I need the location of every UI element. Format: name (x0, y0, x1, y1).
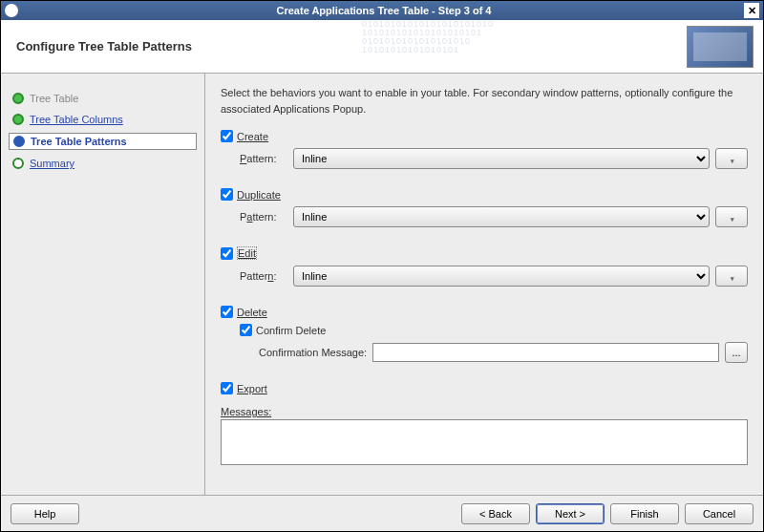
wizard-steps-sidebar: Tree Table Tree Table Columns Tree Table… (1, 74, 205, 495)
delete-label: Delete (237, 307, 267, 318)
next-button[interactable]: Next > (536, 503, 605, 524)
messages-group: Messages: (221, 406, 748, 465)
step-link: Tree Table Patterns (31, 136, 127, 147)
wizard-header: Configure Tree Table Patterns 0101010101… (1, 20, 763, 74)
decorative-binary: 0101010101010101010101010101010101010101… (362, 20, 648, 73)
help-button[interactable]: Help (11, 503, 79, 524)
create-popup-button[interactable] (715, 148, 748, 169)
wizard-main: Select the behaviors you want to enable … (205, 74, 763, 495)
create-checkbox[interactable] (221, 130, 233, 142)
wizard-footer: Help < Back Next > Finish Cancel (1, 495, 763, 531)
create-label: Create (237, 131, 268, 142)
export-group: Export (221, 382, 748, 394)
plus-icon (729, 269, 734, 284)
confirm-delete-label: Confirm Delete (256, 325, 326, 336)
edit-label: Edit (237, 246, 257, 260)
confirmation-message-label: Confirmation Message: (259, 347, 367, 358)
wizard-window: Create Applications Tree Table - Step 3 … (0, 0, 764, 532)
create-pattern-select[interactable]: Inline (293, 148, 710, 169)
export-checkbox[interactable] (221, 382, 233, 394)
duplicate-label: Duplicate (237, 189, 281, 201)
confirmation-message-input[interactable] (372, 343, 719, 362)
step-tree-table-columns[interactable]: Tree Table Columns (9, 112, 197, 127)
close-icon[interactable]: ✕ (744, 3, 759, 18)
back-button[interactable]: < Back (461, 503, 530, 524)
step-summary[interactable]: Summary (9, 156, 197, 171)
edit-checkbox[interactable] (221, 247, 233, 260)
duplicate-pattern-select[interactable]: Inline (293, 206, 710, 227)
duplicate-checkbox[interactable] (221, 188, 233, 201)
app-icon (5, 4, 18, 17)
titlebar: Create Applications Tree Table - Step 3 … (1, 1, 763, 20)
edit-group: Edit Pattern: Inline (221, 246, 748, 287)
edit-pattern-select[interactable]: Inline (293, 266, 710, 287)
wizard-body: Tree Table Tree Table Columns Tree Table… (1, 74, 763, 495)
step-link[interactable]: Summary (30, 158, 74, 169)
create-pattern-label: Pattern: (240, 153, 287, 164)
edit-pattern-label: Pattern: (240, 270, 287, 282)
plus-icon (729, 152, 734, 166)
plus-icon (729, 210, 734, 224)
confirmation-message-browse-button[interactable]: ... (725, 342, 748, 363)
duplicate-group: Duplicate Pattern: Inline (221, 188, 748, 227)
step-tree-table: Tree Table (9, 91, 197, 106)
export-label: Export (237, 383, 267, 394)
decorative-screen-icon (687, 26, 753, 68)
step-bullet-future-icon (12, 158, 24, 169)
messages-label: Messages: (221, 406, 271, 417)
cancel-button[interactable]: Cancel (685, 503, 753, 524)
duplicate-popup-button[interactable] (715, 206, 748, 227)
window-title: Create Applications Tree Table - Step 3 … (24, 5, 744, 16)
delete-group: Delete Confirm Delete Confirmation Messa… (221, 306, 748, 363)
messages-textarea[interactable] (221, 419, 748, 465)
create-group: Create Pattern: Inline (221, 130, 748, 169)
step-bullet-done-icon (12, 93, 24, 104)
step-bullet-done-icon (12, 114, 24, 125)
step-tree-table-patterns: Tree Table Patterns (9, 133, 197, 150)
finish-button[interactable]: Finish (610, 503, 679, 524)
duplicate-pattern-label: Pattern: (240, 211, 287, 223)
confirm-delete-checkbox[interactable] (240, 324, 252, 336)
delete-checkbox[interactable] (221, 306, 233, 318)
description-text: Select the behaviors you want to enable … (221, 85, 748, 117)
step-bullet-current-icon (13, 136, 25, 147)
edit-popup-button[interactable] (715, 266, 748, 287)
step-label: Tree Table (30, 93, 78, 104)
step-link[interactable]: Tree Table Columns (30, 114, 123, 125)
page-title: Configure Tree Table Patterns (16, 39, 192, 53)
